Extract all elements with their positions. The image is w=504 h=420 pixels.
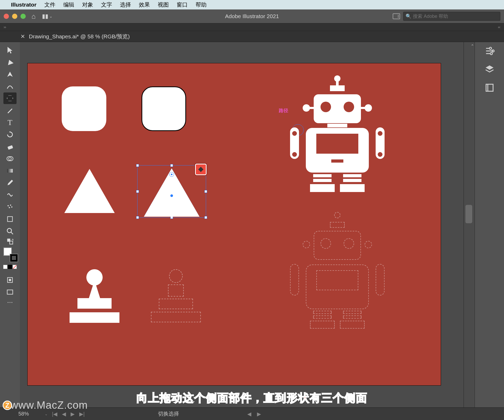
status-label[interactable]: 切换选择 [158,410,179,417]
rotate-tool[interactable] [3,129,17,140]
guide-circle [303,241,310,248]
curvature-tool[interactable] [3,80,17,92]
brush-tool[interactable] [3,105,17,116]
collapse-tools-icon[interactable]: ›› [4,25,6,29]
shape-center-dot[interactable] [170,194,173,197]
guide-circle [321,238,331,249]
fill-stroke-swatch[interactable] [3,247,17,261]
screen-mode-icon[interactable] [3,286,17,298]
canvas-viewport[interactable]: 路径 [20,42,464,408]
menu-help[interactable]: 帮助 [196,1,207,8]
robot-foot [310,184,335,192]
right-panel-dock [475,42,504,408]
nav-next-icon[interactable]: ▶ [71,411,75,417]
svg-point-9 [7,229,12,233]
nav-first-icon[interactable]: |◀ [52,411,57,417]
bbox-handle-mr[interactable] [204,190,207,193]
menu-file[interactable]: 文件 [44,1,55,8]
svg-point-6 [9,207,10,208]
layers-icon[interactable] [484,64,495,75]
hscroll-right-icon[interactable]: ▶ [257,411,261,417]
menu-object[interactable]: 对象 [82,1,93,8]
guide-rect [151,312,201,322]
shape-builder-tool[interactable] [3,153,17,164]
polygon-sides-widget[interactable] [195,164,207,175]
svg-line-10 [11,232,13,234]
symbol-sprayer-tool[interactable] [3,201,17,213]
menu-view[interactable]: 视图 [158,1,169,8]
scroll-up-icon[interactable]: ⌃ [471,44,474,49]
direct-selection-tool[interactable] [3,56,17,68]
zoom-dropdown-icon[interactable]: ⌄ [45,412,48,416]
bbox-handle-bl[interactable] [136,216,139,219]
menu-window[interactable]: 窗口 [177,1,188,8]
help-search-input[interactable] [413,14,498,19]
robot-joint [378,131,382,136]
properties-icon[interactable] [484,46,495,56]
svg-rect-0 [7,145,13,150]
triangle-selected[interactable] [137,165,206,218]
live-shape-indicator[interactable] [169,172,174,177]
app-name[interactable]: Illustrator [11,2,36,8]
menu-effect[interactable]: 效果 [139,1,150,8]
bbox-handle-mt[interactable] [170,164,173,167]
stroke-swatch[interactable] [10,254,18,262]
selection-tool[interactable] [3,44,17,56]
guide-circle [334,212,340,218]
collapse-panels-icon[interactable]: ‹‹ [498,25,500,29]
color-mode-gradient[interactable] [8,265,12,269]
vertical-scrollbar[interactable]: ⌃ [464,42,475,408]
guide-rect [159,299,193,309]
color-mode-solid[interactable] [3,265,7,269]
robot-leg [313,179,332,182]
menu-type[interactable]: 文字 [101,1,112,8]
macos-menubar: Illustrator 文件 编辑 对象 文字 选择 效果 视图 窗口 帮助 [0,0,504,9]
titlebar: ⌂ ▮▮ ⌄ Adobe Illustrator 2021 🔍 [0,9,504,23]
help-search[interactable]: 🔍 [403,12,500,21]
eyedropper-tool[interactable] [3,177,17,189]
edit-toolbar-icon[interactable]: ⋯ [3,298,17,306]
rounded-rect-outlined[interactable] [141,86,186,131]
gradient-tool[interactable] [3,165,17,177]
eraser-tool[interactable] [3,141,17,152]
scroll-thumb[interactable] [465,205,472,223]
rounded-rect-white[interactable] [62,86,106,131]
robot-leg [343,179,361,182]
zoom-level[interactable]: 58% [18,411,55,417]
robot-joint [378,152,382,157]
warp-tool[interactable] [3,189,17,201]
document-tab-label[interactable]: Drawing_Shapes.ai* @ 58 % (RGB/预览) [29,33,130,40]
zoom-tool[interactable] [3,225,17,237]
color-mode-none[interactable] [13,265,17,269]
menu-select[interactable]: 选择 [120,1,131,8]
joystick-shape[interactable] [72,269,117,324]
window-controls [4,14,26,19]
guide-circle [365,241,372,248]
search-icon: 🔍 [406,13,411,19]
robot-shape[interactable] [274,75,400,201]
polygon-tool[interactable] [3,92,17,104]
artboard-tool[interactable] [3,213,17,225]
window-minimize-button[interactable] [12,14,17,19]
swap-fill-stroke-icon[interactable] [3,237,17,245]
type-tool[interactable]: T [3,117,17,128]
menu-edit[interactable]: 编辑 [63,1,74,8]
arrange-documents-icon[interactable] [393,13,400,19]
workspace-switcher[interactable]: ▮▮ ⌄ [42,13,52,20]
triangle-white[interactable] [64,169,115,213]
bbox-handle-ml[interactable] [136,190,139,193]
libraries-icon[interactable] [484,82,495,93]
home-icon[interactable]: ⌂ [32,12,36,20]
draw-mode-icon[interactable] [3,274,17,286]
tab-close-icon[interactable]: ✕ [20,33,25,40]
bbox-handle-tl[interactable] [136,164,139,167]
artboard[interactable]: 路径 [27,63,441,386]
window-close-button[interactable] [4,14,9,19]
nav-last-icon[interactable]: ▶| [79,411,85,417]
pen-tool[interactable] [3,68,17,80]
nav-prev-icon[interactable]: ◀ [62,411,66,417]
tools-panel: T ⋯ [0,42,20,408]
window-zoom-button[interactable] [20,14,26,19]
bbox-handle-br[interactable] [204,216,207,219]
hscroll-left-icon[interactable]: ◀ [247,411,251,417]
